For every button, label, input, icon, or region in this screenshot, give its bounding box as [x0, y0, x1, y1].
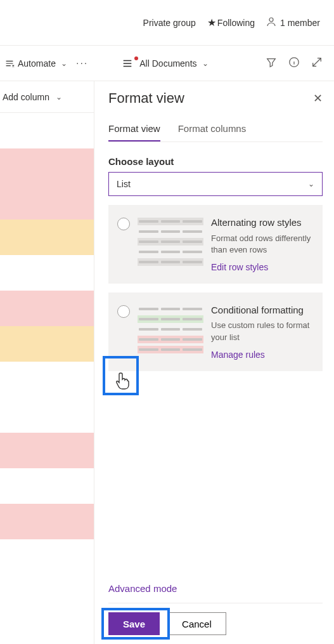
list-row[interactable] [0, 184, 94, 220]
command-bar: Automate ⌄ ··· All Documents ⌄ [0, 46, 334, 81]
chevron-down-icon: ⌄ [308, 180, 314, 188]
list-row[interactable] [0, 397, 94, 433]
option-conditional-card: Conditional formatting Use custom rules … [108, 292, 323, 371]
radio-conditional[interactable] [117, 305, 130, 318]
list-row[interactable] [0, 113, 94, 148]
list-row[interactable] [0, 255, 94, 291]
members-label: 1 member [280, 18, 320, 28]
filter-icon[interactable] [266, 56, 277, 70]
radio-alternating[interactable] [117, 218, 130, 230]
close-icon[interactable]: ✕ [313, 91, 323, 105]
layout-select-value: List [117, 179, 131, 189]
list-row[interactable] [0, 433, 94, 468]
site-header: Private group ★ Following 1 member [0, 0, 334, 46]
list-row[interactable] [0, 220, 94, 255]
panel-tabs: Format view Format columns [108, 119, 323, 142]
card-alternating-title: Alternating row styles [211, 216, 312, 229]
view-switcher[interactable]: All Documents ⌄ [122, 58, 208, 69]
following-group[interactable]: ★ Following [207, 16, 255, 29]
save-button[interactable]: Save [108, 612, 160, 635]
option-alternating-card: Alternating row styles Format odd rows d… [108, 205, 323, 284]
automate-button[interactable]: Automate ⌄ [4, 58, 67, 69]
chevron-down-icon: ⌄ [56, 93, 62, 102]
advanced-mode-link[interactable]: Advanced mode [108, 583, 323, 594]
automate-label: Automate [18, 58, 56, 69]
notification-dot-icon [134, 56, 138, 60]
group-type-label: Private group [143, 18, 196, 28]
star-icon: ★ [207, 16, 216, 29]
card-alternating-desc: Format odd rows differently than even ro… [211, 233, 312, 256]
panel-title: Format view [108, 90, 184, 107]
list-column: Add column ⌄ [0, 81, 94, 644]
preview-alternating-icon [138, 216, 203, 272]
panel-footer: Save Cancel [108, 603, 323, 644]
list-icon [122, 58, 137, 69]
add-column-button[interactable]: Add column ⌄ [0, 81, 94, 113]
view-name-label: All Documents [139, 58, 196, 69]
manage-rules-link[interactable]: Manage rules [211, 350, 312, 360]
preview-conditional-icon [138, 304, 203, 360]
chevron-down-icon: ⌄ [61, 59, 67, 68]
following-label: Following [217, 18, 255, 28]
more-actions-button[interactable]: ··· [76, 58, 88, 69]
choose-layout-label: Choose layout [108, 156, 323, 167]
format-view-panel: Format view ✕ Format view Format columns… [94, 81, 334, 644]
list-row[interactable] [0, 326, 94, 362]
card-conditional-title: Conditional formatting [211, 304, 312, 317]
info-icon[interactable] [288, 56, 300, 70]
edit-row-styles-link[interactable]: Edit row styles [211, 262, 312, 272]
svg-point-0 [269, 18, 273, 22]
person-icon [266, 16, 276, 29]
add-column-label: Add column [3, 92, 49, 102]
cancel-button[interactable]: Cancel [167, 612, 226, 635]
layout-select[interactable]: List ⌄ [108, 172, 323, 196]
members-group[interactable]: 1 member [266, 16, 320, 29]
card-conditional-desc: Use custom rules to format your list [211, 320, 312, 343]
tab-format-columns[interactable]: Format columns [178, 119, 247, 141]
list-row[interactable] [0, 148, 94, 184]
list-row[interactable] [0, 291, 94, 326]
chevron-down-icon: ⌄ [202, 59, 209, 68]
tab-format-view[interactable]: Format view [108, 119, 160, 141]
automate-icon [4, 58, 15, 69]
list-row[interactable] [0, 504, 94, 539]
list-row[interactable] [0, 362, 94, 397]
list-row[interactable] [0, 468, 94, 504]
expand-icon[interactable] [311, 56, 323, 70]
